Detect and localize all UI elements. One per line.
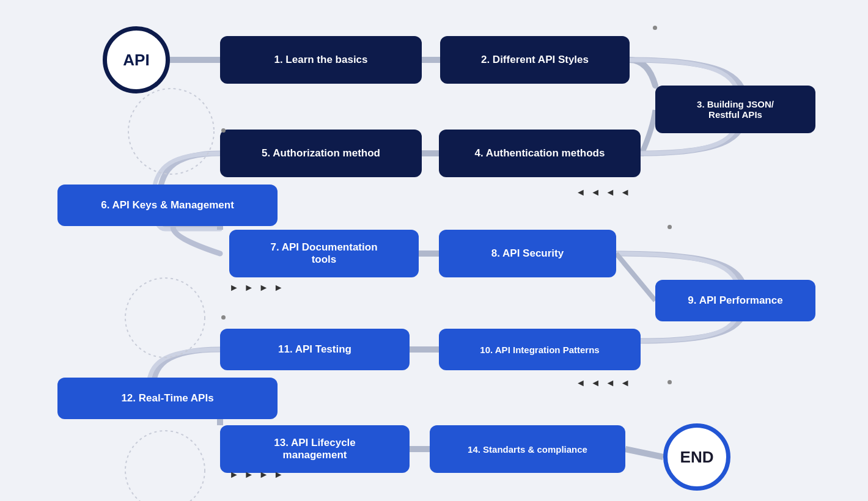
svg-point-0: [128, 89, 214, 174]
dot-3: [668, 225, 672, 229]
arrows-left-row4: ◄ ◄ ◄ ◄: [576, 378, 631, 389]
node-4-label: 4. Authentication methods: [475, 147, 605, 159]
arrows-right-row5: ► ► ► ►: [229, 469, 285, 480]
node-1-label: 1. Learn the basics: [274, 54, 367, 66]
node-11-api-testing[interactable]: 11. API Testing: [220, 329, 410, 370]
node-14-label: 14. Standarts & compliance: [468, 444, 587, 455]
dot-5: [668, 380, 672, 384]
arrows-left-row2: ◄ ◄ ◄ ◄: [576, 187, 631, 198]
node-8-api-security[interactable]: 8. API Security: [439, 230, 616, 277]
node-1-learn-basics[interactable]: 1. Learn the basics: [220, 36, 422, 84]
node-12-realtime-apis[interactable]: 12. Real-Time APIs: [57, 378, 278, 419]
api-start-circle[interactable]: API: [103, 26, 170, 93]
dot-4: [221, 315, 226, 320]
node-10-api-integration[interactable]: 10. API Integration Patterns: [439, 329, 641, 370]
main-canvas: API 1. Learn the basics 2. Different API…: [0, 0, 868, 501]
api-label: API: [123, 51, 149, 70]
node-5-authorization[interactable]: 5. Authorization method: [220, 130, 422, 177]
end-circle[interactable]: END: [663, 423, 730, 491]
arrows-right-row3: ► ► ► ►: [229, 282, 285, 293]
node-7-label: 7. API Documentationtools: [270, 241, 377, 266]
node-9-label: 9. API Performance: [688, 294, 782, 307]
end-label: END: [680, 448, 714, 467]
node-5-label: 5. Authorization method: [262, 147, 380, 159]
node-13-api-lifecycle[interactable]: 13. API Lifecyclemanagement: [220, 425, 410, 473]
node-3-label: 3. Building JSON/Restful APIs: [697, 99, 774, 120]
node-13-label: 13. API Lifecyclemanagement: [274, 437, 356, 461]
node-7-api-docs[interactable]: 7. API Documentationtools: [229, 230, 419, 277]
node-14-compliance[interactable]: 14. Standarts & compliance: [430, 425, 625, 473]
node-12-label: 12. Real-Time APIs: [121, 392, 213, 404]
node-8-label: 8. API Security: [491, 247, 564, 260]
node-10-label: 10. API Integration Patterns: [480, 345, 599, 355]
node-6-label: 6. API Keys & Management: [101, 199, 234, 211]
node-11-label: 11. API Testing: [278, 343, 351, 356]
svg-point-2: [125, 431, 205, 501]
node-4-authentication[interactable]: 4. Authentication methods: [439, 130, 641, 177]
dot-2: [221, 128, 226, 133]
node-2-api-styles[interactable]: 2. Different API Styles: [440, 36, 630, 84]
node-2-label: 2. Different API Styles: [481, 54, 589, 66]
node-9-api-performance[interactable]: 9. API Performance: [655, 280, 815, 321]
dot-1: [653, 26, 657, 30]
node-6-api-keys[interactable]: 6. API Keys & Management: [57, 185, 278, 226]
svg-point-1: [125, 278, 205, 357]
node-3-building-json[interactable]: 3. Building JSON/Restful APIs: [655, 86, 815, 133]
